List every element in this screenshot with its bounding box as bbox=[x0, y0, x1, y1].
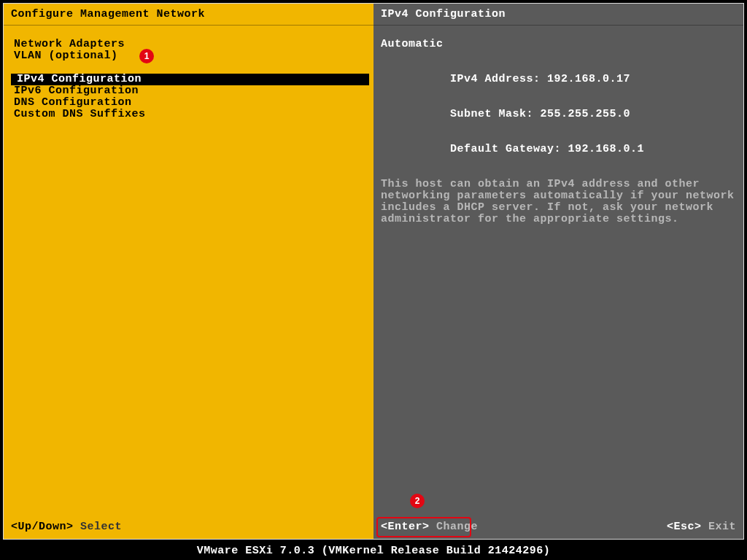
subnet-mask-label: Subnet Mask: bbox=[450, 108, 533, 120]
menu-list: Network Adapters VLAN (optional) IPv4 Co… bbox=[4, 26, 374, 539]
ipv4-address-value: 192.168.0.17 bbox=[547, 73, 630, 85]
right-panel-body: Automatic IPv4 Address: 192.168.0.17 Sub… bbox=[374, 26, 743, 539]
hint-esc[interactable]: <Esc> Exit bbox=[667, 521, 736, 533]
default-gateway-value: 192.168.0.1 bbox=[568, 143, 645, 155]
left-footer-hint: <Up/Down> Select bbox=[11, 521, 122, 533]
ipv4-address-row: IPv4 Address: 192.168.0.17 bbox=[381, 62, 736, 97]
right-panel: IPv4 Configuration Automatic IPv4 Addres… bbox=[374, 4, 743, 539]
subnet-mask-value: 255.255.255.0 bbox=[541, 108, 631, 120]
menu-item-ipv4-selected[interactable]: IPv4 Configuration bbox=[11, 74, 369, 85]
subnet-mask-row: Subnet Mask: 255.255.255.0 bbox=[381, 97, 736, 132]
menu-item-vlan[interactable]: VLAN (optional) bbox=[14, 50, 366, 62]
hint-key-enter: <Enter> bbox=[381, 521, 430, 533]
esxi-dcui-screen: Configure Management Network Network Ada… bbox=[0, 0, 747, 560]
default-gateway-label: Default Gateway: bbox=[450, 143, 561, 155]
hint-action-exit: Exit bbox=[708, 521, 736, 533]
menu-item-custom-dns-suffixes[interactable]: Custom DNS Suffixes bbox=[14, 109, 366, 120]
menu-item-dns[interactable]: DNS Configuration bbox=[14, 97, 366, 109]
menu-item-network-adapters[interactable]: Network Adapters bbox=[14, 39, 366, 50]
ipv4-address-label: IPv4 Address: bbox=[450, 73, 541, 85]
menu-item-label: IPv4 Configuration bbox=[17, 74, 142, 85]
status-bar: VMware ESXi 7.0.3 (VMKernel Release Buil… bbox=[0, 542, 747, 560]
main-frame: Configure Management Network Network Ada… bbox=[3, 3, 744, 540]
ipv4-mode: Automatic bbox=[381, 39, 736, 50]
hint-action-change: Change bbox=[436, 521, 478, 533]
left-panel-title: Configure Management Network bbox=[4, 4, 374, 26]
callout-badge-1: 1 bbox=[139, 49, 154, 63]
right-panel-title: IPv4 Configuration bbox=[374, 4, 743, 26]
hint-enter[interactable]: <Enter> Change bbox=[381, 521, 478, 533]
menu-item-ipv6[interactable]: IPv6 Configuration bbox=[14, 85, 366, 97]
hint-key-esc: <Esc> bbox=[667, 521, 702, 533]
default-gateway-row: Default Gateway: 192.168.0.1 bbox=[381, 132, 736, 167]
ipv4-help-text: This host can obtain an IPv4 address and… bbox=[381, 179, 736, 225]
callout-badge-2: 2 bbox=[410, 494, 425, 508]
left-panel: Configure Management Network Network Ada… bbox=[4, 4, 374, 539]
hint-keys-updown: <Up/Down> bbox=[11, 521, 74, 533]
hint-action-select: Select bbox=[80, 521, 122, 533]
